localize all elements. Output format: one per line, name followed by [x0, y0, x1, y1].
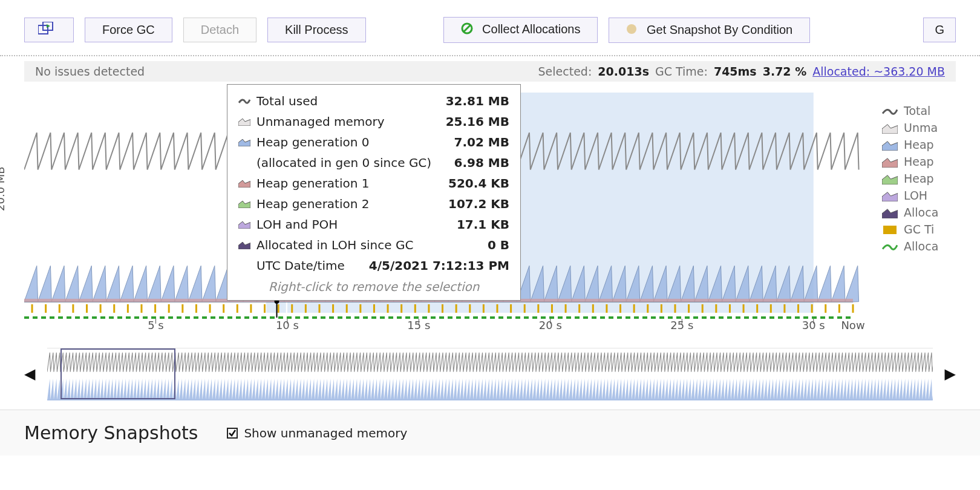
overview-track[interactable]	[47, 348, 932, 400]
swatch-icon	[238, 97, 250, 105]
overview-svg	[47, 348, 932, 400]
tooltip-row-label: Allocated in LOH since GC	[256, 238, 413, 252]
overview-strip[interactable]: ◀ ▶	[24, 347, 956, 401]
tooltip-row-value: 25.16 MB	[446, 114, 509, 129]
tooltip-row-value: 6.98 MB	[454, 155, 509, 170]
tooltip-row-label: Total used	[256, 94, 318, 108]
legend-item[interactable]: LOH	[882, 187, 980, 204]
forbidden-icon	[461, 22, 473, 38]
gc-time-pct: 3.72 %	[763, 65, 807, 78]
x-tick: 10 s	[276, 319, 299, 332]
kill-process-button[interactable]: Kill Process	[267, 18, 365, 42]
swatch-icon	[238, 158, 250, 167]
x-axis: 5 s10 s15 s20 s25 s30 sNow	[24, 319, 877, 341]
swatch-icon	[238, 220, 250, 229]
snapshots-title: Memory Snapshots	[24, 422, 198, 443]
overview-right-icon[interactable]: ▶	[945, 365, 956, 382]
memory-chart[interactable]: 20.0 MB Total used32.81 MBUnmanaged memo…	[0, 84, 980, 338]
legend-label: Heap	[904, 155, 934, 168]
legend-item[interactable]: Heap	[882, 170, 980, 187]
gc-time-label: GC Time:	[655, 65, 708, 78]
tooltip-row: Heap generation 07.02 MB	[238, 132, 509, 152]
detach-button: Detach	[183, 18, 256, 42]
swatch-icon	[882, 241, 898, 251]
swatch-icon	[238, 241, 250, 249]
tooltip-row-label: (allocated in gen 0 since GC)	[256, 155, 431, 170]
overview-left-icon[interactable]: ◀	[24, 365, 35, 382]
legend-label: Unma	[904, 121, 938, 134]
svg-point-5	[627, 24, 636, 34]
swatch-icon	[882, 140, 898, 149]
tooltip-hint: Right-click to remove the selection	[238, 276, 509, 295]
issues-status: No issues detected	[35, 65, 538, 78]
tooltip-row: Total used32.81 MB	[238, 91, 509, 111]
svg-rect-85	[883, 226, 897, 234]
y-axis: 20.0 MB	[0, 84, 24, 338]
tooltip-row: Heap generation 2107.2 KB	[238, 194, 509, 214]
info-bar: No issues detected Selected: 20.013s GC …	[24, 61, 956, 82]
legend-item[interactable]: GC Ti	[882, 221, 980, 238]
chart-legend: TotalUnmaHeapHeapHeapLOHAllocaGC TiAlloc…	[877, 84, 980, 338]
tooltip-row: Heap generation 1520.4 KB	[238, 173, 509, 194]
tooltip-row-label: UTC Date/time	[256, 258, 345, 273]
tooltip-row-value: 4/5/2021 7:12:13 PM	[369, 258, 509, 273]
selected-value: 20.013s	[598, 65, 649, 78]
selected-label: Selected:	[538, 65, 592, 78]
legend-label: Alloca	[904, 206, 938, 219]
force-gc-button[interactable]: Force GC	[85, 18, 172, 42]
plot-area[interactable]: Total used32.81 MBUnmanaged memory25.16 …	[24, 84, 877, 338]
swatch-icon	[238, 117, 250, 126]
allocated-link[interactable]: Allocated: ~363.20 MB	[812, 65, 945, 78]
tooltip-row-value: 32.81 MB	[446, 94, 509, 108]
show-unmanaged-checkbox[interactable]: Show unmanaged memory	[227, 426, 407, 440]
swatch-icon	[882, 123, 898, 132]
legend-item[interactable]: Heap	[882, 153, 980, 170]
legend-item[interactable]: Total	[882, 102, 980, 119]
tooltip-row-value: 520.4 KB	[448, 176, 509, 191]
swatch-icon	[882, 106, 898, 116]
swatch-icon	[882, 157, 898, 166]
tooltip-row-value: 107.2 KB	[448, 197, 509, 211]
legend-label: Alloca	[904, 240, 938, 253]
profile-button[interactable]	[24, 18, 74, 42]
legend-label: Total	[904, 104, 930, 117]
swatch-icon	[882, 191, 898, 200]
legend-item[interactable]: Alloca	[882, 204, 980, 221]
y-axis-label: 20.0 MB	[0, 167, 7, 212]
legend-label: LOH	[904, 189, 927, 202]
collect-allocations-label: Collect Allocations	[482, 22, 580, 36]
x-tick: 25 s	[670, 319, 693, 332]
profiler-icon	[38, 22, 54, 38]
tooltip-row: LOH and POH17.1 KB	[238, 214, 509, 235]
extra-button[interactable]: G	[923, 18, 956, 42]
x-tick: 15 s	[407, 319, 430, 332]
x-tick: 20 s	[539, 319, 562, 332]
overview-selection[interactable]	[60, 348, 175, 399]
snapshots-bar: Memory Snapshots Show unmanaged memory	[0, 410, 980, 456]
tooltip-row-label: Heap generation 0	[256, 135, 370, 149]
legend-item[interactable]: Heap	[882, 136, 980, 153]
collect-allocations-button[interactable]: Collect Allocations	[443, 17, 598, 43]
legend-label: Heap	[904, 172, 934, 185]
legend-item[interactable]: Unma	[882, 119, 980, 136]
x-tick: Now	[841, 319, 864, 332]
x-tick: 30 s	[802, 319, 825, 332]
tooltip-row-label: Heap generation 2	[256, 197, 370, 211]
checkbox-icon	[227, 428, 238, 439]
dot-icon	[626, 24, 637, 38]
swatch-icon	[238, 179, 250, 188]
snapshot-condition-button[interactable]: Get Snapshot By Condition	[609, 18, 810, 43]
legend-item[interactable]: Alloca	[882, 238, 980, 255]
tooltip-row: Allocated in LOH since GC0 B	[238, 235, 509, 255]
toolbar: Force GC Detach Kill Process Collect All…	[0, 0, 980, 56]
tooltip-row-value: 7.02 MB	[454, 135, 509, 149]
x-tick: 5 s	[148, 319, 164, 332]
tooltip-row-value: 17.1 KB	[457, 217, 509, 232]
legend-label: Heap	[904, 138, 934, 151]
tooltip-row: UTC Date/time4/5/2021 7:12:13 PM	[238, 255, 509, 276]
tooltip-row: Unmanaged memory25.16 MB	[238, 111, 509, 132]
show-unmanaged-label: Show unmanaged memory	[244, 426, 407, 440]
swatch-icon	[238, 138, 250, 146]
swatch-icon	[882, 207, 898, 217]
swatch-icon	[882, 224, 898, 234]
